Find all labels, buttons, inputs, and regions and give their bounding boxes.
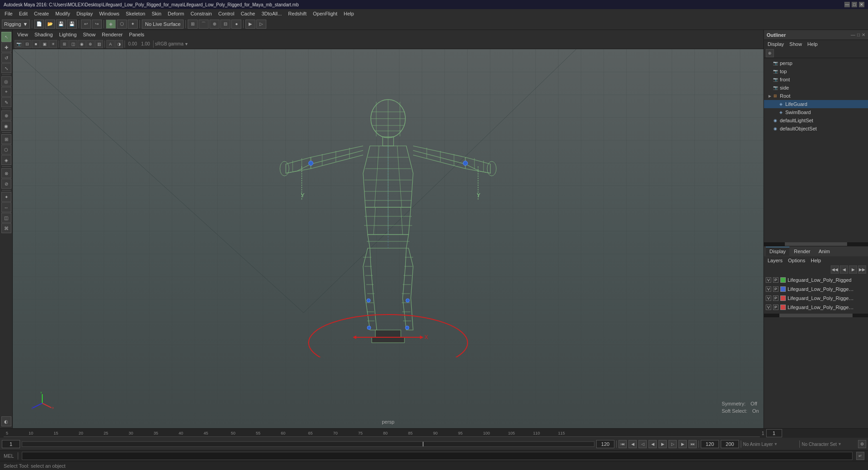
current-frame-box[interactable] <box>701 440 719 448</box>
menu-file[interactable]: File <box>2 9 15 18</box>
tree-item-defaultlightset[interactable]: ◉ defaultLightSet <box>764 116 868 125</box>
lasso-tool-btn[interactable]: ⬡ <box>117 20 127 29</box>
outliner-hscroll-thumb[interactable] <box>785 242 847 246</box>
move-tool[interactable]: ✚ <box>1 42 11 52</box>
cb-menu-options[interactable]: Options <box>786 258 807 263</box>
viewport[interactable]: View Shading Lighting Show Renderer Pane… <box>13 30 763 428</box>
next-keyframe-btn[interactable]: ▷ <box>668 440 677 448</box>
menu-openflight[interactable]: OpenFlight <box>310 9 340 18</box>
maximize-btn[interactable]: □ <box>852 2 857 7</box>
vp-menu-shading[interactable]: Shading <box>32 30 55 39</box>
snap-grid-btn[interactable]: ⊞ <box>188 20 198 29</box>
lasso-tool[interactable]: ⌖ <box>1 87 11 97</box>
camera-select-btn[interactable]: 📷 <box>15 40 23 48</box>
tree-item-top[interactable]: 📷 top <box>764 67 868 75</box>
mel-submit-btn[interactable]: ↵ <box>856 452 864 460</box>
outliner-filter-btn[interactable]: ⊕ <box>766 49 774 57</box>
cluster-tool[interactable]: ◉ <box>1 121 11 131</box>
frame-start-input[interactable] <box>2 440 20 448</box>
aa-btn[interactable]: A <box>106 40 115 48</box>
menu-display[interactable]: Display <box>74 9 95 18</box>
outliner-minimize[interactable]: — <box>851 32 855 37</box>
new-scene-btn[interactable]: 📄 <box>34 20 44 29</box>
tree-item-defaultobjectset[interactable]: ◉ defaultObjectSet <box>764 125 868 133</box>
char-set-display[interactable]: No Character Set ▼ <box>802 442 856 447</box>
wrap-tool[interactable]: ⬡ <box>1 145 11 155</box>
render-seq-btn[interactable]: ▷ <box>256 20 266 29</box>
layer-nav-prev[interactable]: ◀ <box>840 265 848 274</box>
deform-tool[interactable]: ◈ <box>1 155 11 165</box>
outliner-close[interactable]: ✕ <box>862 32 865 37</box>
outliner-menu-show[interactable]: Show <box>788 41 804 47</box>
tab-anim[interactable]: Anim <box>815 247 833 256</box>
layer-nav-back[interactable]: ◀◀ <box>831 265 839 274</box>
menu-help[interactable]: Help <box>341 9 357 18</box>
render-btn[interactable]: ▶ <box>245 20 255 29</box>
menu-control[interactable]: Control <box>215 9 237 18</box>
prev-keyframe-btn[interactable]: ◁ <box>639 440 647 448</box>
timeline-settings-btn[interactable]: ⚙ <box>858 440 866 448</box>
soft-select-tool[interactable]: ◎ <box>1 76 11 86</box>
select-tool[interactable]: ↖ <box>1 32 11 42</box>
save-scene-btn[interactable]: 💾 <box>56 20 66 29</box>
layer-p-1[interactable]: P <box>773 277 778 283</box>
layer-nav-forward[interactable]: ▶▶ <box>858 265 866 274</box>
rotate-tool[interactable]: ↺ <box>1 53 11 63</box>
goto-start-btn[interactable]: ⏮ <box>619 440 627 448</box>
shadow-btn[interactable]: ◑ <box>115 40 123 48</box>
layer-item-3[interactable]: V P Lifeguard_Low_Poly_Rigged_bones <box>764 294 868 303</box>
menu-cache[interactable]: Cache <box>238 9 258 18</box>
tree-item-front[interactable]: 📷 front <box>764 75 868 84</box>
start-frame-input[interactable] <box>766 429 782 437</box>
mel-input[interactable] <box>22 452 853 460</box>
cb-menu-help[interactable]: Help <box>809 258 823 263</box>
menu-redshift[interactable]: Redshift <box>285 9 309 18</box>
isolate-btn[interactable]: ⊕ <box>86 40 95 48</box>
vp-menu-view[interactable]: View <box>15 30 31 39</box>
end-frame-box[interactable] <box>721 440 739 448</box>
tree-item-swimboard[interactable]: ◈ SwimBoard <box>764 108 868 116</box>
menu-3dtoall[interactable]: 3DtoAll... <box>259 9 284 18</box>
frame-end-input[interactable] <box>596 440 614 448</box>
snap-surface-btn[interactable]: ⊟ <box>220 20 230 29</box>
sculpt-tool[interactable]: ⌘ <box>1 223 11 233</box>
select-tool-btn[interactable]: ◈ <box>106 20 116 29</box>
texture-btn[interactable]: ▣ <box>40 40 49 48</box>
anim-layer-display[interactable]: No Anim Layer ▼ <box>743 442 798 447</box>
layer-hscroll-thumb[interactable] <box>779 314 852 317</box>
joint-tool[interactable]: ⊗ <box>1 168 11 178</box>
snap-tool[interactable]: ⊕ <box>1 110 11 120</box>
xray-btn[interactable]: ◉ <box>78 40 86 48</box>
open-scene-btn[interactable]: 📂 <box>45 20 55 29</box>
menu-constrain[interactable]: Constrain <box>188 9 215 18</box>
color-space-display[interactable]: sRGB gamma ▼ <box>155 41 189 46</box>
layer-item-2[interactable]: V P Lifeguard_Low_Poly_Rigged_Contro <box>764 285 868 294</box>
menu-skin[interactable]: Skin <box>149 9 164 18</box>
snap-live-btn[interactable]: ● <box>231 20 241 29</box>
layer-v-4[interactable]: V <box>766 305 771 310</box>
layer-hscroll[interactable] <box>764 314 868 317</box>
outliner-menu-help[interactable]: Help <box>806 41 820 47</box>
outliner-hscroll[interactable] <box>764 242 868 246</box>
menu-deform[interactable]: Deform <box>165 9 187 18</box>
outliner-menu-display[interactable]: Display <box>766 41 786 47</box>
viewport-canvas[interactable]: Y Y X <box>13 49 763 428</box>
vp-menu-lighting[interactable]: Lighting <box>56 30 80 39</box>
vp-menu-renderer[interactable]: Renderer <box>99 30 125 39</box>
rigging-dropdown[interactable]: Rigging ▼ <box>2 20 30 29</box>
layer-v-3[interactable]: V <box>766 295 771 301</box>
layer-p-2[interactable]: P <box>773 286 778 292</box>
tree-item-persp[interactable]: 📷 persp <box>764 59 868 67</box>
snap-point-btn[interactable]: ⊕ <box>210 20 219 29</box>
vp-menu-show[interactable]: Show <box>80 30 99 39</box>
prev-frame-btn[interactable]: ◀ <box>629 440 637 448</box>
paint-tool-btn[interactable]: ✦ <box>128 20 138 29</box>
scale-tool[interactable]: ⤡ <box>1 63 11 73</box>
layer-item-4[interactable]: V P Lifeguard_Low_Poly_Rigged_Helper <box>764 303 868 312</box>
undo-btn[interactable]: ↩ <box>81 20 91 29</box>
paint-tool[interactable]: ✎ <box>1 97 11 107</box>
layer-p-4[interactable]: P <box>773 305 778 310</box>
wireframe-btn[interactable]: ⊟ <box>23 40 31 48</box>
close-btn[interactable]: ✕ <box>859 2 864 7</box>
tree-item-root[interactable]: ▶ ⊞ Root <box>764 92 868 100</box>
